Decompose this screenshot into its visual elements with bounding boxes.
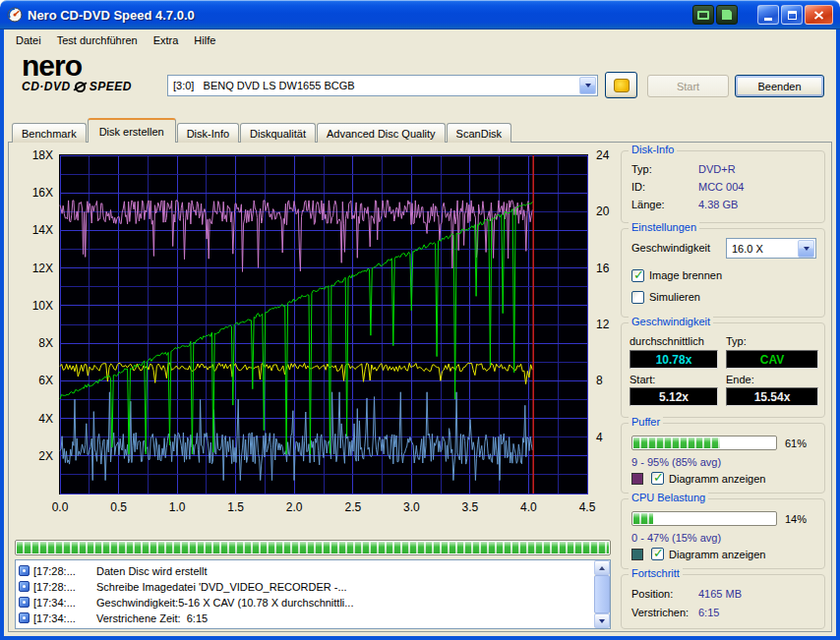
drive-selector-value: [3:0] BENQ DVD LS DW1655 BCGB	[168, 80, 355, 91]
minimize-icon	[764, 18, 772, 21]
cpu-diagram-checkbox[interactable]: Diagramm anzeigen	[651, 548, 765, 560]
buffer-range: 9 - 95% (85% avg)	[631, 456, 721, 468]
log-entry-time: [17:28:...	[33, 581, 92, 593]
app-window: Nero CD-DVD Speed 4.7.0.0 Datei Test dur…	[0, 0, 840, 640]
scroll-up-button[interactable]	[594, 560, 610, 575]
log-entry[interactable]: [17:34:... Verstrichene Zeit: 6:15	[19, 611, 591, 625]
menu-datei[interactable]: Datei	[8, 31, 49, 49]
triangle-down-glyph	[804, 247, 810, 251]
burn-bar-fill	[17, 542, 609, 553]
speed-typ-display: CAV	[726, 350, 818, 369]
start-speed-display: 5.12x	[630, 387, 718, 406]
quit-button[interactable]: Beenden	[735, 75, 824, 97]
log-entry-time: [17:28:...	[33, 565, 92, 577]
speed-typ-label: Typ:	[726, 335, 747, 347]
scrollbar-thumb[interactable]	[594, 575, 610, 613]
position-label: Position:	[631, 588, 673, 600]
checkbox-box	[631, 269, 644, 282]
disk-typ-row: Typ: DVD+R	[631, 163, 818, 177]
svg-text:4.0: 4.0	[520, 500, 537, 514]
tab-scandisk[interactable]: ScanDisk	[447, 123, 511, 143]
app-icon	[7, 7, 23, 23]
disk-laenge-value: 4.38 GB	[698, 199, 738, 210]
svg-text:4X: 4X	[38, 412, 53, 426]
svg-text:8X: 8X	[38, 336, 53, 350]
image-brennen-checkbox[interactable]: Image brennen	[631, 268, 722, 282]
menu-bar: Datei Test durchführen Extra Hilfe	[4, 29, 836, 51]
verstrichen-value: 6:15	[698, 607, 719, 618]
log-scrollbar[interactable]	[594, 560, 610, 628]
svg-text:2X: 2X	[38, 449, 53, 463]
buffer-bar-fill	[633, 437, 720, 448]
chevron-down-icon[interactable]	[798, 240, 814, 258]
chevron-down-icon[interactable]	[579, 77, 596, 94]
log-entry-icon	[19, 597, 30, 608]
image-brennen-label: Image brennen	[649, 269, 722, 281]
simulieren-label: Simulieren	[649, 291, 700, 303]
log-entry[interactable]: [17:34:... Geschwindigkeit:5-16 X CAV (1…	[19, 595, 591, 610]
titlebar-capture-button[interactable]	[692, 5, 714, 25]
disk-laenge-row: Länge: 4.38 GB	[631, 199, 818, 212]
einstellungen-group: Einstellungen Geschwindigkeit 16.0 X Ima…	[621, 228, 825, 318]
disk-id-row: ID: MCC 004	[631, 181, 818, 195]
buffer-swatch	[631, 473, 643, 485]
svg-text:3.5: 3.5	[462, 500, 479, 514]
tab-disk-info[interactable]: Disk-Info	[177, 123, 239, 143]
tab-benchmark[interactable]: Benchmark	[12, 123, 87, 143]
speed-select[interactable]: 16.0 X	[726, 238, 816, 259]
log-entry-icon	[19, 565, 30, 576]
triangle-up-glyph	[599, 566, 605, 570]
checkbox-box	[631, 291, 644, 304]
nero-logo-text: nero	[22, 52, 132, 79]
menu-extra[interactable]: Extra	[146, 31, 187, 49]
checkbox-box	[651, 472, 664, 485]
puffer-group: Puffer 61% 9 - 95% (85% avg) Diagramm an…	[621, 423, 825, 494]
maximize-icon	[788, 11, 797, 20]
cpu-diagram-label: Diagramm anzeigen	[669, 549, 765, 560]
svg-text:20: 20	[596, 204, 610, 218]
minimize-button[interactable]	[757, 5, 779, 25]
position-row: Position: 4165 MB	[631, 588, 818, 602]
svg-text:18X: 18X	[32, 148, 53, 162]
tab-page: 2X4X6X8X10X12X14X16X18X48121620240.00.51…	[8, 142, 832, 632]
close-button[interactable]	[805, 5, 833, 25]
start-button[interactable]: Start	[647, 75, 729, 97]
scroll-down-button[interactable]	[594, 613, 610, 628]
menu-hilfe[interactable]: Hilfe	[186, 31, 223, 49]
menu-test-durchfuehren[interactable]: Test durchführen	[49, 31, 146, 49]
disk-typ-value: DVD+R	[698, 163, 736, 175]
log-entry-text: Verstrichene Zeit: 6:15	[96, 612, 208, 624]
simulieren-checkbox[interactable]: Simulieren	[631, 290, 700, 304]
titlebar-save-button[interactable]	[716, 5, 738, 25]
svg-text:8: 8	[596, 374, 603, 387]
disk-id-value: MCC 004	[698, 181, 744, 193]
svg-text:2.0: 2.0	[286, 500, 303, 514]
log-entry[interactable]: [17:28:... Daten Disc wird erstellt	[19, 563, 591, 578]
tab-advanced-disc-quality[interactable]: Advanced Disc Quality	[317, 123, 446, 143]
drive-selector[interactable]: [3:0] BENQ DVD LS DW1655 BCGB	[167, 75, 598, 96]
title-bar: Nero CD-DVD Speed 4.7.0.0	[0, 0, 840, 29]
verstrichen-row: Verstrichen: 6:15	[631, 607, 818, 620]
logo-speed-text: SPEED	[90, 80, 132, 93]
speed-chart: 2X4X6X8X10X12X14X16X18X48121620240.00.51…	[15, 147, 617, 523]
tab-diskqualitaet[interactable]: Diskqualität	[240, 123, 316, 143]
buffer-diagram-checkbox[interactable]: Diagramm anzeigen	[651, 472, 765, 485]
fortschritt-group: Fortschritt Position: 4165 MB Verstriche…	[621, 574, 825, 629]
titlebar-save-icon	[722, 10, 732, 20]
maximize-button[interactable]	[781, 5, 803, 25]
log-entry[interactable]: [17:28:... Schreibe Imagedatei 'DVD_VIDE…	[19, 579, 591, 594]
geschwindigkeit-group: Geschwindigkeit durchschnittlich Typ: 10…	[621, 322, 825, 418]
start-speed-label: Start:	[630, 374, 655, 385]
tab-disk-erstellen[interactable]: Disk erstellen	[88, 118, 176, 143]
cpu-bar-fill	[633, 513, 653, 524]
svg-text:24: 24	[596, 148, 610, 162]
nero-logo: nero CD·DVD SPEED	[22, 52, 132, 93]
puffer-title: Puffer	[629, 416, 663, 428]
svg-text:14X: 14X	[32, 223, 53, 237]
log-list: [17:28:... Daten Disc wird erstellt [17:…	[15, 559, 611, 629]
einstellungen-title: Einstellungen	[629, 221, 699, 233]
cpu-range: 0 - 47% (15% avg)	[631, 532, 721, 544]
drive-tool-button[interactable]	[605, 72, 637, 98]
log-entry-icon	[19, 612, 30, 623]
speed-select-value: 16.0 X	[727, 243, 763, 255]
